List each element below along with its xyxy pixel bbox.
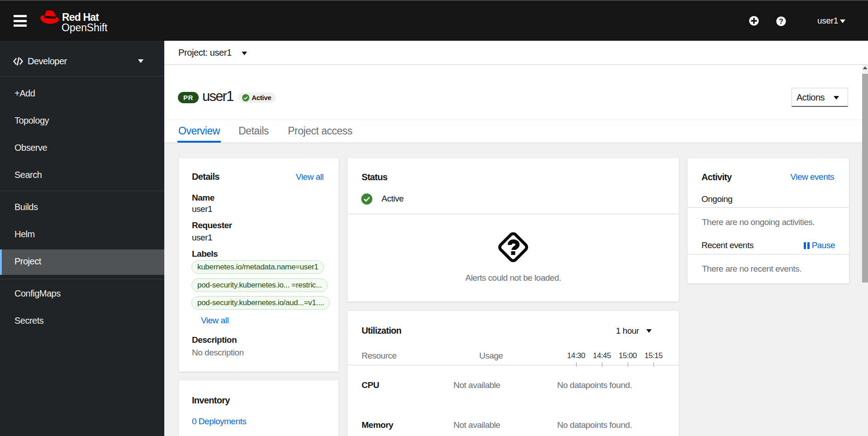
svg-text:?: ? xyxy=(779,17,783,25)
